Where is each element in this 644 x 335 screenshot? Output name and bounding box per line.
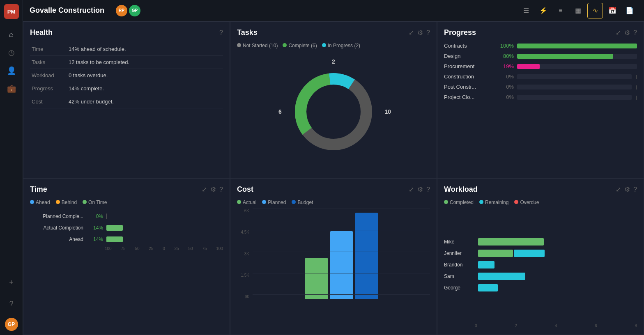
wl-row-mike: Mike	[444, 238, 637, 246]
tasks-expand-icon[interactable]: ⤢	[409, 29, 414, 37]
progress-actions: ⤢ ⚙ ?	[616, 29, 637, 37]
cost-settings-icon[interactable]: ⚙	[417, 186, 423, 193]
sidebar-item-people[interactable]: 👤	[4, 63, 19, 78]
cost-expand-icon[interactable]: ⤢	[409, 186, 414, 193]
wl-label-jennifer: Jennifer	[444, 250, 475, 256]
wl-bars-jennifer	[478, 250, 637, 257]
axis-100r: 100	[216, 246, 223, 251]
toolbar-chart-icon[interactable]: ∿	[587, 3, 603, 18]
wl-completed-jennifer	[478, 250, 513, 257]
cost-header: Cost ⤢ ⚙ ?	[237, 185, 430, 194]
health-row-tasks: Tasks 12 tasks to be completed.	[30, 56, 223, 69]
workload-actions: ⤢ ⚙ ?	[616, 186, 637, 193]
time-header: Time ⤢ ⚙ ?	[30, 185, 223, 194]
cost-panel: Cost ⤢ ⚙ ? Actual Planned Budget 6K 4.5K…	[230, 178, 437, 335]
health-value-tasks: 12 tasks to be completed.	[67, 56, 223, 69]
time-panel: Time ⤢ ⚙ ? Ahead Behind On Time Planned …	[23, 178, 230, 335]
time-expand-icon[interactable]: ⤢	[202, 186, 207, 193]
toolbar-filter-icon[interactable]: ≡	[553, 3, 568, 18]
axis-25l: 25	[149, 246, 153, 251]
wl-label-george: George	[444, 285, 475, 291]
tasks-actions: ⤢ ⚙ ?	[409, 29, 430, 37]
progress-expand-icon[interactable]: ⤢	[616, 29, 621, 37]
tasks-help-icon[interactable]: ?	[426, 29, 430, 37]
progress-help-icon[interactable]: ?	[633, 29, 637, 37]
progress-pct-postconstruction: 0%	[497, 84, 514, 90]
wl-remaining-jennifer	[514, 250, 545, 257]
time-bar-ahead	[106, 236, 123, 242]
toolbar-doc-icon[interactable]: 📄	[622, 3, 637, 18]
progress-pct-contracts: 100%	[497, 43, 514, 49]
time-actions: ⤢ ⚙ ?	[202, 186, 223, 193]
sidebar-help-icon[interactable]: ?	[4, 296, 19, 311]
toolbar-list-icon[interactable]: ☰	[518, 3, 534, 18]
progress-row-projectclose: Project Clo... 0% |	[444, 94, 637, 100]
progress-track-construction	[517, 74, 632, 79]
progress-track-design	[517, 54, 637, 59]
workload-help-icon[interactable]: ?	[633, 186, 637, 193]
progress-tick-projectclose: |	[636, 95, 637, 100]
avatar-rp[interactable]: RP	[116, 5, 127, 16]
health-help-icon[interactable]: ?	[219, 29, 223, 37]
legend-ahead: Ahead	[30, 200, 50, 205]
workload-rows: Mike Jennifer Brandon	[444, 209, 637, 320]
sidebar-logo[interactable]: PM	[4, 4, 19, 19]
progress-fill-procurement	[517, 64, 540, 69]
workload-settings-icon[interactable]: ⚙	[624, 186, 630, 193]
topbar: Govalle Construction RP GP ☰ ⚡ ≡ ▦ ∿ 📅 📄	[23, 0, 644, 21]
tasks-panel: Tasks ⤢ ⚙ ? Not Started (10) Complete (6…	[230, 21, 437, 178]
wl-bars-brandon	[478, 261, 637, 268]
time-help-icon[interactable]: ?	[219, 186, 223, 193]
progress-label-design: Design	[444, 53, 493, 59]
sidebar-add-button[interactable]: +	[4, 275, 19, 290]
workload-expand-icon[interactable]: ⤢	[616, 186, 621, 193]
tasks-chart: 2 6 10	[237, 52, 430, 171]
health-row-time: Time 14% ahead of schedule.	[30, 43, 223, 56]
health-row-workload: Workload 0 tasks overdue.	[30, 69, 223, 82]
wl-completed-mike	[478, 238, 544, 246]
toolbar-calendar-icon[interactable]: 📅	[605, 3, 620, 18]
axis-25r: 25	[175, 246, 179, 251]
axis-75r: 75	[202, 246, 207, 251]
progress-settings-icon[interactable]: ⚙	[624, 29, 630, 37]
sidebar-item-briefcase[interactable]: 💼	[4, 81, 19, 96]
health-label-workload: Workload	[30, 69, 67, 82]
legend-planned: Planned	[262, 200, 286, 205]
time-bar-wrap-ahead	[106, 236, 223, 242]
time-label-actual: Actual Completion	[30, 225, 83, 231]
time-pct-ahead: 14%	[87, 236, 103, 242]
donut-svg	[288, 67, 379, 157]
progress-row-construction: Construction 0% |	[444, 73, 637, 80]
legend-complete: Complete (6)	[283, 43, 317, 48]
donut-label-right: 10	[384, 108, 391, 115]
sidebar-item-home[interactable]: ⌂	[4, 27, 19, 42]
wl-axis-6: 6	[595, 324, 597, 328]
wl-axis-2: 2	[515, 324, 517, 328]
sidebar-user-avatar[interactable]: GP	[5, 318, 18, 331]
donut-chart: 2 6 10	[288, 67, 379, 157]
tasks-settings-icon[interactable]: ⚙	[417, 29, 423, 37]
time-chart: Planned Comple... 0% Actual Completion 1…	[30, 209, 223, 328]
sidebar-item-clock[interactable]: ◷	[4, 45, 19, 60]
progress-label-contracts: Contracts	[444, 43, 493, 49]
health-row-cost: Cost 42% under budget.	[30, 95, 223, 108]
axis-75l: 75	[121, 246, 125, 251]
wl-remaining-brandon	[478, 261, 494, 268]
time-pct-actual: 14%	[87, 225, 103, 231]
toolbar-grid-icon[interactable]: ▦	[570, 3, 586, 18]
progress-row-design: Design 80%	[444, 53, 637, 59]
cost-chart: 6K 4.5K 3K 1.5K $0	[237, 209, 430, 328]
y-15k: 1.5K	[237, 273, 249, 278]
time-settings-icon[interactable]: ⚙	[210, 186, 216, 193]
legend-overdue: Overdue	[514, 200, 539, 205]
toolbar-bar-icon[interactable]: ⚡	[536, 3, 551, 18]
health-label-tasks: Tasks	[30, 56, 67, 69]
cost-help-icon[interactable]: ?	[426, 186, 430, 193]
y-3k: 3K	[237, 252, 249, 256]
legend-budget: Budget	[292, 200, 313, 205]
y-0: $0	[237, 294, 249, 299]
donut-label-left: 6	[278, 108, 282, 115]
avatar-gp[interactable]: GP	[129, 5, 140, 16]
health-value-workload: 0 tasks overdue.	[67, 69, 223, 82]
progress-pct-procurement: 19%	[497, 63, 514, 69]
